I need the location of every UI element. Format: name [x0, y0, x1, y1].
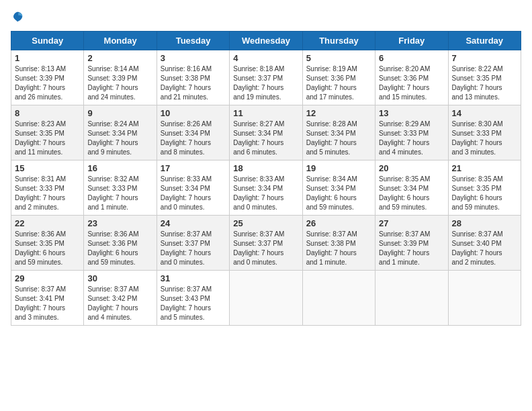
day-info: Sunrise: 8:37 AMSunset: 3:41 PMDaylight:… — [15, 285, 80, 322]
day-number: 28 — [452, 218, 517, 228]
calendar-cell: 29Sunrise: 8:37 AMSunset: 3:41 PMDayligh… — [11, 271, 84, 326]
day-info: Sunrise: 8:24 AMSunset: 3:34 PMDaylight:… — [87, 120, 152, 157]
day-info: Sunrise: 8:27 AMSunset: 3:34 PMDaylight:… — [233, 120, 298, 157]
calendar-cell: 22Sunrise: 8:36 AMSunset: 3:35 PMDayligh… — [11, 216, 84, 271]
day-info: Sunrise: 8:32 AMSunset: 3:33 PMDaylight:… — [87, 175, 152, 212]
day-info: Sunrise: 8:29 AMSunset: 3:33 PMDaylight:… — [379, 120, 444, 157]
calendar-cell: 27Sunrise: 8:37 AMSunset: 3:39 PMDayligh… — [375, 216, 448, 271]
day-number: 7 — [452, 53, 517, 63]
day-number: 16 — [87, 163, 152, 173]
calendar-week-row: 29Sunrise: 8:37 AMSunset: 3:41 PMDayligh… — [11, 271, 521, 326]
calendar-cell: 12Sunrise: 8:28 AMSunset: 3:34 PMDayligh… — [302, 105, 375, 161]
day-number: 25 — [233, 218, 298, 228]
calendar-cell — [448, 271, 521, 326]
day-info: Sunrise: 8:30 AMSunset: 3:33 PMDaylight:… — [452, 120, 517, 157]
calendar-cell: 13Sunrise: 8:29 AMSunset: 3:33 PMDayligh… — [375, 105, 448, 161]
day-number: 12 — [306, 108, 371, 118]
day-number: 5 — [306, 53, 371, 63]
calendar-week-row: 15Sunrise: 8:31 AMSunset: 3:33 PMDayligh… — [11, 161, 521, 216]
day-info: Sunrise: 8:37 AMSunset: 3:39 PMDaylight:… — [379, 230, 444, 267]
day-number: 21 — [452, 163, 517, 173]
day-info: Sunrise: 8:14 AMSunset: 3:39 PMDaylight:… — [87, 64, 152, 102]
calendar-cell: 31Sunrise: 8:37 AMSunset: 3:43 PMDayligh… — [157, 271, 229, 326]
day-number: 9 — [87, 108, 152, 118]
calendar-cell: 21Sunrise: 8:35 AMSunset: 3:35 PMDayligh… — [448, 161, 521, 216]
day-info: Sunrise: 8:23 AMSunset: 3:35 PMDaylight:… — [15, 120, 80, 157]
day-number: 14 — [452, 108, 517, 118]
day-number: 23 — [87, 218, 152, 228]
calendar-header-row: SundayMondayTuesdayWednesdayThursdayFrid… — [11, 32, 521, 50]
day-number: 15 — [15, 163, 80, 173]
calendar-week-row: 1Sunrise: 8:13 AMSunset: 3:39 PMDaylight… — [11, 50, 521, 105]
day-header-sunday: Sunday — [11, 32, 84, 50]
day-info: Sunrise: 8:28 AMSunset: 3:34 PMDaylight:… — [306, 120, 371, 157]
calendar-cell — [230, 271, 302, 326]
day-info: Sunrise: 8:37 AMSunset: 3:42 PMDaylight:… — [87, 285, 152, 322]
calendar-week-row: 22Sunrise: 8:36 AMSunset: 3:35 PMDayligh… — [11, 216, 521, 271]
calendar-cell: 8Sunrise: 8:23 AMSunset: 3:35 PMDaylight… — [11, 105, 84, 161]
calendar-cell: 28Sunrise: 8:37 AMSunset: 3:40 PMDayligh… — [448, 216, 521, 271]
day-number: 26 — [306, 218, 371, 228]
calendar-cell: 17Sunrise: 8:33 AMSunset: 3:34 PMDayligh… — [157, 161, 229, 216]
calendar-cell: 19Sunrise: 8:34 AMSunset: 3:34 PMDayligh… — [302, 161, 375, 216]
day-info: Sunrise: 8:37 AMSunset: 3:37 PMDaylight:… — [161, 230, 226, 267]
day-info: Sunrise: 8:18 AMSunset: 3:37 PMDaylight:… — [233, 64, 298, 102]
calendar-cell — [302, 271, 375, 326]
day-info: Sunrise: 8:19 AMSunset: 3:36 PMDaylight:… — [306, 64, 371, 102]
calendar-cell: 20Sunrise: 8:35 AMSunset: 3:34 PMDayligh… — [375, 161, 448, 216]
day-info: Sunrise: 8:22 AMSunset: 3:35 PMDaylight:… — [452, 64, 517, 102]
logo — [11, 11, 24, 23]
day-info: Sunrise: 8:35 AMSunset: 3:34 PMDaylight:… — [379, 175, 444, 212]
day-header-friday: Friday — [375, 32, 448, 50]
day-number: 27 — [379, 218, 444, 228]
calendar-cell: 15Sunrise: 8:31 AMSunset: 3:33 PMDayligh… — [11, 161, 84, 216]
day-number: 24 — [161, 218, 226, 228]
day-info: Sunrise: 8:31 AMSunset: 3:33 PMDaylight:… — [15, 175, 80, 212]
calendar-cell: 30Sunrise: 8:37 AMSunset: 3:42 PMDayligh… — [84, 271, 157, 326]
day-number: 2 — [87, 53, 152, 63]
day-info: Sunrise: 8:33 AMSunset: 3:34 PMDaylight:… — [161, 175, 226, 212]
calendar-cell: 3Sunrise: 8:16 AMSunset: 3:38 PMDaylight… — [157, 50, 229, 105]
day-info: Sunrise: 8:34 AMSunset: 3:34 PMDaylight:… — [306, 175, 371, 212]
day-header-thursday: Thursday — [302, 32, 375, 50]
calendar-cell: 16Sunrise: 8:32 AMSunset: 3:33 PMDayligh… — [84, 161, 157, 216]
calendar-week-row: 8Sunrise: 8:23 AMSunset: 3:35 PMDaylight… — [11, 105, 521, 161]
calendar-cell: 23Sunrise: 8:36 AMSunset: 3:36 PMDayligh… — [84, 216, 157, 271]
day-header-wednesday: Wednesday — [230, 32, 302, 50]
day-number: 30 — [87, 273, 152, 283]
day-info: Sunrise: 8:37 AMSunset: 3:37 PMDaylight:… — [233, 230, 298, 267]
day-info: Sunrise: 8:35 AMSunset: 3:35 PMDaylight:… — [452, 175, 517, 212]
day-number: 29 — [15, 273, 80, 283]
calendar-cell: 5Sunrise: 8:19 AMSunset: 3:36 PMDaylight… — [302, 50, 375, 105]
day-number: 13 — [379, 108, 444, 118]
day-number: 1 — [15, 53, 80, 63]
calendar-cell: 7Sunrise: 8:22 AMSunset: 3:35 PMDaylight… — [448, 50, 521, 105]
day-number: 19 — [306, 163, 371, 173]
day-header-monday: Monday — [84, 32, 157, 50]
day-info: Sunrise: 8:20 AMSunset: 3:36 PMDaylight:… — [379, 64, 444, 102]
logo-bird-icon — [11, 11, 24, 23]
day-number: 6 — [379, 53, 444, 63]
calendar-cell — [375, 271, 448, 326]
day-number: 31 — [161, 273, 226, 283]
calendar-cell: 14Sunrise: 8:30 AMSunset: 3:33 PMDayligh… — [448, 105, 521, 161]
day-info: Sunrise: 8:37 AMSunset: 3:38 PMDaylight:… — [306, 230, 371, 267]
day-info: Sunrise: 8:13 AMSunset: 3:39 PMDaylight:… — [15, 64, 80, 102]
calendar-cell: 9Sunrise: 8:24 AMSunset: 3:34 PMDaylight… — [84, 105, 157, 161]
day-number: 17 — [161, 163, 226, 173]
calendar-cell: 1Sunrise: 8:13 AMSunset: 3:39 PMDaylight… — [11, 50, 84, 105]
day-info: Sunrise: 8:26 AMSunset: 3:34 PMDaylight:… — [161, 120, 226, 157]
calendar-table: SundayMondayTuesdayWednesdayThursdayFrid… — [11, 31, 521, 326]
calendar-cell: 11Sunrise: 8:27 AMSunset: 3:34 PMDayligh… — [230, 105, 302, 161]
page-header — [11, 11, 521, 23]
day-info: Sunrise: 8:37 AMSunset: 3:43 PMDaylight:… — [161, 285, 226, 322]
calendar-cell: 2Sunrise: 8:14 AMSunset: 3:39 PMDaylight… — [84, 50, 157, 105]
calendar-cell: 6Sunrise: 8:20 AMSunset: 3:36 PMDaylight… — [375, 50, 448, 105]
day-number: 18 — [233, 163, 298, 173]
day-number: 4 — [233, 53, 298, 63]
day-info: Sunrise: 8:37 AMSunset: 3:40 PMDaylight:… — [452, 230, 517, 267]
day-info: Sunrise: 8:16 AMSunset: 3:38 PMDaylight:… — [161, 64, 226, 102]
day-info: Sunrise: 8:36 AMSunset: 3:35 PMDaylight:… — [15, 230, 80, 267]
day-header-saturday: Saturday — [448, 32, 521, 50]
calendar-cell: 26Sunrise: 8:37 AMSunset: 3:38 PMDayligh… — [302, 216, 375, 271]
